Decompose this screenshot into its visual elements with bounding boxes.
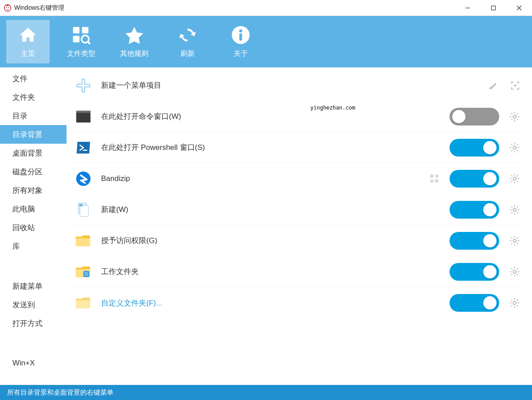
svg-rect-30 — [435, 179, 438, 183]
toolbar-rules[interactable]: 其他规则 — [113, 20, 156, 63]
menu-row-workfolder[interactable]: 工作文件夹 — [71, 256, 525, 287]
svg-rect-5 — [492, 6, 496, 10]
close-button[interactable] — [506, 0, 532, 16]
svg-rect-33 — [80, 205, 88, 216]
svg-point-35 — [513, 208, 516, 211]
sidebar-item-label: 新建菜单 — [12, 281, 43, 291]
sidebar-item-this-pc[interactable]: 此电脑 — [0, 200, 66, 218]
toggle-custom[interactable] — [450, 294, 499, 312]
gear-icon[interactable] — [508, 234, 521, 247]
home-icon — [18, 25, 38, 45]
sidebar-item-all-obj[interactable]: 所有对象 — [0, 181, 66, 200]
sidebar-item-disk[interactable]: 磁盘分区 — [0, 162, 66, 181]
sidebar-item-folder[interactable]: 文件夹 — [0, 88, 66, 106]
svg-point-39 — [513, 270, 516, 273]
sidebar-item-file[interactable]: 文件 — [0, 69, 66, 88]
titlebar: Windows右键管理 — [0, 0, 532, 16]
menu-row-label: 新建一个菜单项目 — [101, 80, 479, 90]
sidebar-item-label: 桌面背景 — [12, 148, 43, 158]
gear-icon[interactable] — [508, 296, 521, 310]
menu-row-powershell[interactable]: 在此处打开 Powershell 窗口(S) — [71, 132, 525, 163]
toggle-grant[interactable] — [450, 232, 499, 250]
powershell-icon — [74, 139, 92, 157]
svg-point-36 — [513, 239, 516, 242]
gear-icon[interactable] — [508, 110, 521, 123]
menu-row-add[interactable]: 新建一个菜单项目 — [71, 70, 525, 101]
toggle-cmd[interactable] — [450, 108, 499, 125]
sidebar-item-send-to[interactable]: 发送到 — [0, 295, 66, 314]
gear-icon[interactable] — [508, 265, 521, 278]
svg-rect-34 — [79, 204, 83, 206]
bandizip-icon — [74, 170, 92, 188]
svg-rect-1 — [7, 4, 9, 6]
sidebar-item-dir-bg[interactable]: 目录背景 — [0, 125, 66, 144]
toggle-new[interactable] — [450, 201, 499, 219]
menu-row-label: 新建(W) — [101, 204, 441, 215]
svg-rect-8 — [73, 27, 80, 33]
svg-rect-15 — [239, 33, 242, 40]
watermark: yinghezhan.com — [310, 105, 355, 111]
sidebar-item-open-with[interactable]: 打开方式 — [0, 314, 66, 333]
menu-row-grant[interactable]: 授予访问权限(G) — [71, 225, 525, 256]
toggle-powershell[interactable] — [450, 139, 499, 157]
rocket-icon[interactable] — [488, 79, 500, 92]
svg-line-12 — [88, 42, 90, 44]
svg-rect-9 — [82, 27, 89, 33]
sidebar-item-library[interactable]: 库 — [0, 237, 66, 255]
main-list: 新建一个菜单项目 在此处打开命令窗口(W) 在此处打开 Powershell 窗… — [66, 67, 532, 385]
gear-icon[interactable] — [508, 141, 521, 154]
statusbar: 所有目录背景和桌面背景的右键菜单 — [0, 385, 532, 400]
doc-icon — [74, 201, 92, 219]
toolbar-about[interactable]: 关于 — [219, 20, 262, 63]
folder-b-icon — [74, 263, 92, 281]
menu-row-label: 在此处打开 Powershell 窗口(S) — [101, 142, 441, 153]
sidebar-item-winx[interactable]: Win+X — [0, 354, 66, 373]
toolbar-home[interactable]: 主页 — [6, 20, 50, 63]
svg-rect-38 — [84, 272, 89, 276]
toggle-workfolder[interactable] — [450, 263, 499, 281]
sidebar-item-label: 发送到 — [12, 300, 35, 310]
menu-row-label: Bandizip — [101, 174, 419, 183]
svg-point-28 — [435, 174, 439, 178]
toolbar-refresh[interactable]: 刷新 — [166, 20, 209, 63]
status-text: 所有目录背景和桌面背景的右键菜单 — [7, 388, 113, 397]
sidebar-item-label: 库 — [12, 241, 20, 251]
window-title: Windows右键管理 — [14, 4, 64, 12]
svg-point-31 — [513, 177, 516, 180]
toolbar-label: 文件类型 — [67, 49, 95, 59]
menu-row-bandizip[interactable]: Bandizip — [71, 163, 525, 194]
rules-icon — [125, 25, 144, 45]
focus-icon[interactable] — [509, 79, 521, 92]
folder-y-icon — [74, 232, 92, 250]
svg-point-14 — [239, 29, 243, 32]
menu-row-cmd[interactable]: 在此处打开命令窗口(W) — [71, 101, 525, 132]
sidebar-item-new-menu[interactable]: 新建菜单 — [0, 277, 66, 295]
menu-row-new[interactable]: 新建(W) — [71, 194, 525, 225]
sidebar-item-desktop-bg[interactable]: 桌面背景 — [0, 144, 66, 162]
plus-icon — [74, 77, 92, 94]
shapes-icon[interactable] — [428, 173, 441, 185]
sidebar-item-recycle[interactable]: 回收站 — [0, 218, 66, 237]
sidebar-item-label: 文件 — [12, 74, 27, 84]
toggle-bandizip[interactable] — [450, 170, 499, 188]
sidebar-item-label: 此电脑 — [12, 204, 35, 214]
sidebar-item-label: 文件夹 — [12, 92, 35, 102]
toolbar-filetype[interactable]: 文件类型 — [59, 20, 103, 63]
refresh-icon — [178, 25, 197, 45]
sidebar-item-directory[interactable]: 目录 — [0, 106, 66, 125]
sidebar-item-label: 打开方式 — [12, 318, 43, 329]
filetype-icon — [71, 25, 91, 45]
maximize-button[interactable] — [481, 0, 506, 16]
gear-icon[interactable] — [508, 172, 521, 185]
gear-icon[interactable] — [508, 203, 521, 216]
toolbar-label: 其他规则 — [120, 49, 149, 59]
sidebar: 文件文件夹目录目录背景桌面背景磁盘分区所有对象此电脑回收站库新建菜单发送到打开方… — [0, 67, 66, 385]
sidebar-item-label: 目录 — [12, 111, 27, 121]
menu-row-custom[interactable]: 自定义文件夹(F)... — [71, 287, 525, 318]
minimize-button[interactable] — [455, 0, 481, 16]
app-icon — [4, 4, 12, 12]
svg-point-40 — [513, 302, 516, 305]
menu-row-label: 自定义文件夹(F)... — [101, 298, 441, 308]
about-icon — [231, 25, 250, 45]
menu-row-label: 在此处打开命令窗口(W) — [101, 111, 441, 122]
